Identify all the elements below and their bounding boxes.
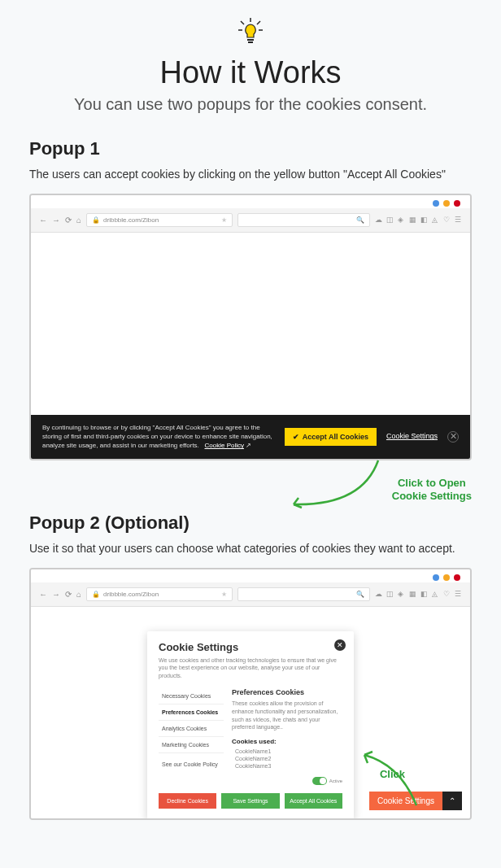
toolbar-icons: ☁ ◫ ◈ ▦ ◧ ◬ ♡ ☰ xyxy=(375,591,462,598)
puzzle-icon[interactable]: ◧ xyxy=(420,591,428,598)
search-bar[interactable]: 🔍 xyxy=(237,213,370,227)
nav-back-icon[interactable]: ← xyxy=(39,590,47,599)
browser-toolbar: ← → ⟳ ⌂ 🔒 dribbble.com/Zibon ★ 🔍 ☁ ◫ ◈ ▦… xyxy=(31,582,470,607)
camera-icon[interactable]: ◫ xyxy=(386,591,394,598)
cookies-used-title: Cookies used: xyxy=(232,738,342,745)
browser-mockup-2: ← → ⟳ ⌂ 🔒 dribbble.com/Zibon ★ 🔍 ☁ ◫ ◈ ▦… xyxy=(29,568,472,820)
pocket-icon[interactable]: ◈ xyxy=(398,216,405,224)
window-dot-red xyxy=(454,200,460,207)
pocket-icon[interactable]: ◈ xyxy=(398,591,405,598)
window-dots xyxy=(31,569,470,582)
window-dot-blue xyxy=(433,200,439,207)
cookie-settings-modal: ✕ Cookie Settings We use cookies and oth… xyxy=(147,631,354,820)
modal-close-icon[interactable]: ✕ xyxy=(334,639,346,651)
toggle-active[interactable]: Active xyxy=(232,777,342,785)
cookie-row: CookieName2 xyxy=(232,756,342,761)
puzzle-icon[interactable]: ◧ xyxy=(420,216,428,224)
cookie-row: CookieName1 xyxy=(232,748,342,754)
header: How it Works You can use two popups for … xyxy=(29,16,472,114)
accept-all-button[interactable]: Accept All Cookies xyxy=(285,793,342,809)
search-icon: 🔍 xyxy=(356,216,364,224)
menu-icon[interactable]: ☰ xyxy=(455,216,462,224)
tab-policy-link[interactable]: See our Cookie Policy xyxy=(159,757,224,772)
scroll-top-button[interactable]: ⌃ xyxy=(442,792,462,810)
save-settings-button[interactable]: Save Settings xyxy=(221,793,279,809)
modal-tabs: Necessary Cookies Preferences Cookies An… xyxy=(159,688,224,785)
cookie-banner-text: By continuing to browse or by clicking "… xyxy=(42,423,275,451)
grid-icon[interactable]: ▦ xyxy=(409,591,416,598)
external-icon: ↗ xyxy=(246,442,251,449)
nav-forward-icon[interactable]: → xyxy=(52,590,60,599)
lightbulb-icon xyxy=(234,16,267,49)
heart-icon[interactable]: ♡ xyxy=(443,591,451,598)
window-dot-red xyxy=(454,574,460,581)
nav-forward-icon[interactable]: → xyxy=(52,216,60,225)
cookie-settings-link[interactable]: Cookie Settings xyxy=(386,431,438,442)
viewport-1 xyxy=(31,233,470,415)
grid-icon[interactable]: ▦ xyxy=(409,216,416,224)
panel-title: Preferences Cookies xyxy=(232,688,342,696)
modal-title: Cookie Settings xyxy=(159,641,342,653)
tab-analytics[interactable]: Analytics Cookies xyxy=(159,721,224,737)
annotation-1-text: Click to OpenCookie Settings xyxy=(392,477,472,504)
search-icon: 🔍 xyxy=(356,591,364,598)
modal-panel: Preferences Cookies These cookies allow … xyxy=(224,688,342,785)
svg-line-3 xyxy=(241,21,244,24)
window-dots xyxy=(31,195,470,208)
heart-icon[interactable]: ♡ xyxy=(443,216,451,224)
shield-icon[interactable]: ◬ xyxy=(432,216,439,224)
tab-marketing[interactable]: Marketing Cookies xyxy=(159,737,224,753)
camera-icon[interactable]: ◫ xyxy=(386,216,394,224)
lock-icon: 🔒 xyxy=(92,216,100,224)
panel-desc: These cookies allow the provision of enh… xyxy=(232,700,342,731)
tab-necessary[interactable]: Necessary Cookies xyxy=(159,688,224,704)
svg-rect-1 xyxy=(248,41,253,43)
arrow-icon-2 xyxy=(359,748,425,810)
toolbar-icons: ☁ ◫ ◈ ▦ ◧ ◬ ♡ ☰ xyxy=(375,216,462,224)
popup1-title: Popup 1 xyxy=(29,138,472,159)
cookie-policy-link[interactable]: Cookie Policy xyxy=(205,442,244,449)
svg-line-4 xyxy=(257,21,260,24)
toggle-label: Active xyxy=(329,779,342,783)
accept-all-cookies-button[interactable]: ✔ Accept All Cookies xyxy=(285,428,377,446)
decline-cookies-button[interactable]: Decline Cookies xyxy=(159,793,216,809)
window-dot-orange xyxy=(443,574,450,581)
arrow-icon-1 xyxy=(289,457,386,514)
nav-home-icon[interactable]: ⌂ xyxy=(76,590,81,599)
close-banner-icon[interactable]: ✕ xyxy=(447,431,459,443)
browser-mockup-1: ← → ⟳ ⌂ 🔒 dribbble.com/Zibon ★ 🔍 ☁ ◫ ◈ ▦ xyxy=(29,194,472,460)
cloud-icon[interactable]: ☁ xyxy=(375,216,382,224)
modal-actions: Decline Cookies Save Settings Accept All… xyxy=(159,793,342,809)
nav-back-icon[interactable]: ← xyxy=(39,216,47,225)
modal-desc: We use cookies and other tracking techno… xyxy=(159,656,342,680)
menu-icon[interactable]: ☰ xyxy=(455,591,462,598)
page-subtitle: You can use two popups for the cookies c… xyxy=(29,95,472,114)
cookie-row: CookieName3 xyxy=(232,763,342,769)
popup1-desc: The users can accept cookies by clicking… xyxy=(29,168,472,181)
nav-home-icon[interactable]: ⌂ xyxy=(76,216,81,225)
url-text: dribbble.com/Zibon xyxy=(103,216,159,224)
search-bar[interactable]: 🔍 xyxy=(237,587,370,601)
cookie-banner: By continuing to browse or by clicking "… xyxy=(31,415,470,459)
address-bar[interactable]: 🔒 dribbble.com/Zibon ★ xyxy=(86,587,233,601)
lock-icon: 🔒 xyxy=(92,591,100,598)
star-icon[interactable]: ★ xyxy=(221,591,227,598)
shield-icon[interactable]: ◬ xyxy=(432,591,439,598)
nav-reload-icon[interactable]: ⟳ xyxy=(65,590,72,599)
star-icon[interactable]: ★ xyxy=(221,216,227,224)
window-dot-blue xyxy=(433,574,439,581)
chevron-up-icon: ⌃ xyxy=(449,796,455,805)
page-title: How it Works xyxy=(29,55,472,90)
toggle-switch-icon[interactable] xyxy=(312,777,327,785)
popup2-desc: Use it so that your users can choose wha… xyxy=(29,542,472,555)
window-dot-orange xyxy=(443,200,450,207)
address-bar[interactable]: 🔒 dribbble.com/Zibon ★ xyxy=(86,213,233,227)
cloud-icon[interactable]: ☁ xyxy=(375,591,382,598)
viewport-2: ✕ Cookie Settings We use cookies and oth… xyxy=(31,607,470,818)
nav-reload-icon[interactable]: ⟳ xyxy=(65,216,72,225)
section-popup2: Popup 2 (Optional) Use it so that your u… xyxy=(29,513,472,820)
check-icon: ✔ xyxy=(293,433,299,441)
annotation-1: Click to OpenCookie Settings xyxy=(29,460,472,509)
svg-rect-0 xyxy=(247,39,254,41)
tab-preferences[interactable]: Preferences Cookies xyxy=(159,704,224,721)
